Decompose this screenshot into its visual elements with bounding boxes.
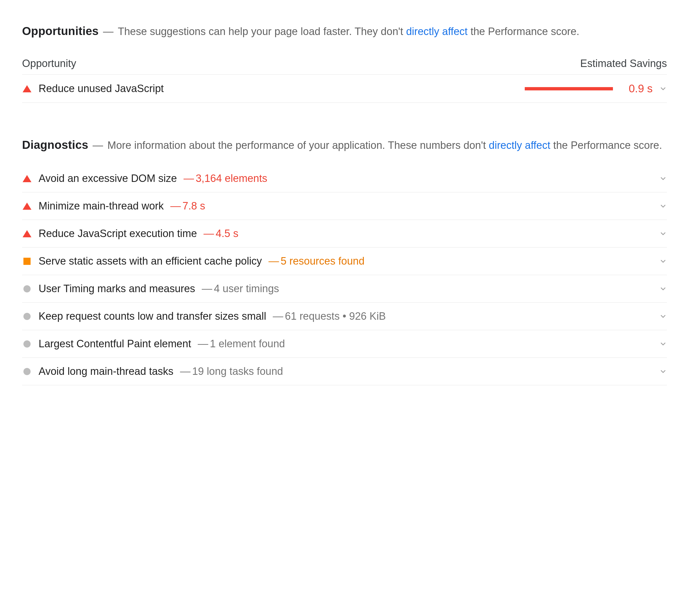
warn-square-icon — [23, 258, 30, 265]
directly-affect-link[interactable]: directly affect — [489, 139, 550, 151]
dash-glyph: — — [93, 139, 103, 151]
opportunities-title: Opportunities — [22, 24, 99, 38]
diagnostics-desc-pre: More information about the performance o… — [108, 139, 489, 151]
dash-glyph: — — [273, 310, 283, 322]
chevron-down-icon — [659, 175, 667, 182]
diagnostic-metric-value: 7.8 s — [182, 200, 205, 212]
opportunity-col-label: Opportunity — [22, 58, 76, 69]
fail-triangle-icon — [23, 230, 31, 237]
info-circle-icon — [23, 368, 30, 375]
info-circle-icon — [23, 313, 30, 320]
diagnostic-metric: —4 user timings — [202, 283, 279, 295]
diagnostic-row[interactable]: Keep request counts low and transfer siz… — [22, 303, 667, 330]
diagnostic-title: Avoid long main-thread tasks — [39, 366, 173, 377]
diagnostic-row[interactable]: User Timing marks and measures—4 user ti… — [22, 275, 667, 303]
opportunity-title: Reduce unused JavaScript — [39, 83, 164, 94]
diagnostic-metric: —4.5 s — [204, 228, 238, 240]
opportunities-desc-post: the Performance score. — [468, 26, 580, 37]
severity-icon — [22, 229, 32, 239]
diagnostic-title: Minimize main-thread work — [39, 200, 164, 212]
chevron-down-icon — [659, 258, 667, 265]
chevron-down-icon — [659, 230, 667, 238]
chevron-down-icon — [659, 340, 667, 348]
severity-icon — [22, 201, 32, 211]
dash-glyph: — — [103, 26, 114, 37]
severity-icon — [22, 174, 32, 183]
dash-glyph: — — [183, 173, 194, 184]
severity-icon — [22, 339, 32, 349]
info-circle-icon — [23, 340, 30, 348]
diagnostic-metric-value: 4 user timings — [214, 283, 279, 294]
diagnostic-metric: —19 long tasks found — [180, 366, 283, 377]
diagnostic-row[interactable]: Largest Contentful Paint element—1 eleme… — [22, 330, 667, 358]
severity-icon — [22, 256, 32, 266]
diagnostic-metric-value: 4.5 s — [216, 228, 238, 239]
savings-bar — [525, 87, 613, 90]
severity-icon — [22, 311, 32, 321]
dash-glyph: — — [202, 283, 212, 294]
diagnostic-metric-value: 61 requests • 926 KiB — [285, 310, 386, 322]
opportunities-heading: Opportunities — These suggestions can he… — [22, 22, 667, 40]
dash-glyph: — — [198, 338, 208, 350]
dash-glyph: — — [180, 366, 191, 377]
dash-glyph: — — [204, 228, 214, 239]
diagnostic-metric: —1 element found — [198, 338, 285, 350]
savings-value: 0.9 s — [620, 82, 652, 95]
chevron-down-icon — [659, 285, 667, 293]
diagnostic-title: Reduce JavaScript execution time — [39, 228, 197, 240]
diagnostic-row[interactable]: Minimize main-thread work—7.8 s — [22, 192, 667, 220]
diagnostic-title: Avoid an excessive DOM size — [39, 173, 177, 184]
diagnostic-title: Serve static assets with an efficient ca… — [39, 255, 262, 267]
diagnostic-metric-value: 3,164 elements — [196, 173, 267, 184]
diagnostic-metric-value: 1 element found — [210, 338, 285, 350]
diagnostics-heading: Diagnostics — More information about the… — [22, 136, 667, 154]
directly-affect-link[interactable]: directly affect — [406, 26, 467, 37]
severity-icon — [22, 367, 32, 376]
diagnostic-row[interactable]: Avoid long main-thread tasks—19 long tas… — [22, 358, 667, 385]
opportunity-row[interactable]: Reduce unused JavaScript0.9 s — [22, 75, 667, 103]
diagnostic-metric-value: 5 resources found — [281, 255, 364, 267]
fail-triangle-icon — [23, 85, 31, 92]
fail-triangle-icon — [23, 203, 31, 210]
chevron-down-icon — [659, 312, 667, 320]
fail-triangle-icon — [23, 175, 31, 182]
diagnostics-desc: More information about the performance o… — [108, 139, 662, 151]
chevron-down-icon — [659, 368, 667, 375]
severity-icon — [22, 84, 32, 94]
diagnostic-title: Keep request counts low and transfer siz… — [39, 310, 266, 322]
diagnostic-metric: —61 requests • 926 KiB — [273, 310, 386, 322]
diagnostic-metric: —7.8 s — [170, 200, 205, 212]
diagnostic-row[interactable]: Avoid an excessive DOM size—3,164 elemen… — [22, 165, 667, 192]
diagnostic-metric: —3,164 elements — [183, 173, 267, 184]
diagnostic-metric: —5 resources found — [268, 255, 364, 267]
chevron-down-icon — [659, 202, 667, 210]
diagnostic-title: User Timing marks and measures — [39, 283, 195, 295]
opportunities-desc-pre: These suggestions can help your page loa… — [118, 26, 406, 37]
opportunities-table-header: Opportunity Estimated Savings — [22, 51, 667, 75]
opportunities-desc: These suggestions can help your page loa… — [118, 26, 579, 37]
diagnostic-title: Largest Contentful Paint element — [39, 338, 191, 350]
diagnostic-row[interactable]: Serve static assets with an efficient ca… — [22, 247, 667, 275]
dash-glyph: — — [170, 200, 181, 212]
diagnostic-row[interactable]: Reduce JavaScript execution time—4.5 s — [22, 220, 667, 247]
diagnostics-title: Diagnostics — [22, 138, 88, 151]
info-circle-icon — [23, 285, 30, 292]
severity-icon — [22, 284, 32, 294]
chevron-down-icon — [659, 85, 667, 93]
diagnostics-desc-post: the Performance score. — [550, 139, 662, 151]
dash-glyph: — — [268, 255, 279, 267]
estimated-savings-col-label: Estimated Savings — [580, 58, 667, 69]
diagnostic-metric-value: 19 long tasks found — [192, 366, 283, 377]
